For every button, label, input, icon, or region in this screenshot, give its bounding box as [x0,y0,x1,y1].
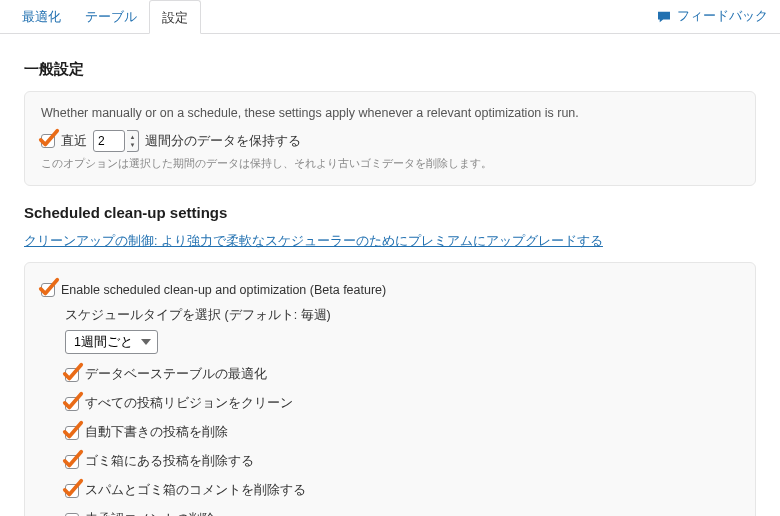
scheduled-cleanup-panel: Enable scheduled clean-up and optimizati… [24,262,756,516]
cleanup-option-label: すべての投稿リビジョンをクリーン [85,395,293,412]
enable-scheduled-checkbox[interactable] [41,283,55,297]
cleanup-option-row: スパムとゴミ箱のコメントを削除する [65,482,739,499]
general-settings-heading: 一般設定 [24,60,756,79]
cleanup-option-checkbox[interactable] [65,397,79,411]
retain-data-checkbox[interactable] [41,134,55,148]
enable-scheduled-label: Enable scheduled clean-up and optimizati… [61,283,386,297]
cleanup-option-row: すべての投稿リビジョンをクリーン [65,395,739,412]
tab-optimize[interactable]: 最適化 [10,0,73,33]
cleanup-option-checkbox[interactable] [65,455,79,469]
schedule-type-label: スケジュールタイプを選択 (デフォルト: 毎週) [65,307,739,324]
cleanup-option-checkbox[interactable] [65,484,79,498]
schedule-type-select[interactable]: 1週間ごと [65,330,158,354]
retain-weeks-stepper[interactable]: ▲ ▼ [127,130,139,152]
stepper-up-icon[interactable]: ▲ [127,133,138,141]
tab-settings[interactable]: 設定 [149,0,201,34]
retain-weeks-input[interactable] [93,130,125,152]
scheduled-cleanup-heading: Scheduled clean-up settings [24,204,756,221]
cleanup-option-row: 未承認コメントの削除 [65,511,739,516]
cleanup-option-row: ゴミ箱にある投稿を削除する [65,453,739,470]
cleanup-option-row: データベーステーブルの最適化 [65,366,739,383]
stepper-down-icon[interactable]: ▼ [127,141,138,149]
tab-table[interactable]: テーブル [73,0,149,33]
cleanup-option-checkbox[interactable] [65,426,79,440]
cleanup-option-label: 未承認コメントの削除 [85,511,215,516]
tab-bar: 最適化 テーブル 設定 フィードバック [0,0,780,34]
cleanup-option-label: ゴミ箱にある投稿を削除する [85,453,254,470]
retain-prefix-label: 直近 [61,133,87,150]
retain-hint: このオプションは選択した期間のデータは保持し、それより古いゴミデータを削除します… [41,156,739,171]
retain-suffix-label: 週間分のデータを保持する [145,133,301,150]
cleanup-option-label: スパムとゴミ箱のコメントを削除する [85,482,306,499]
premium-upgrade-link[interactable]: クリーンアップの制御: より強力で柔軟なスケジューラーのためにプレミアムにアップ… [24,234,603,248]
cleanup-option-label: 自動下書きの投稿を削除 [85,424,228,441]
cleanup-option-row: 自動下書きの投稿を削除 [65,424,739,441]
cleanup-option-checkbox[interactable] [65,513,79,517]
feedback-link[interactable]: フィードバック [657,8,768,25]
feedback-label: フィードバック [677,8,768,25]
feedback-icon [657,11,671,23]
cleanup-option-label: データベーステーブルの最適化 [85,366,267,383]
general-description: Whether manually or on a schedule, these… [41,106,739,120]
general-settings-panel: Whether manually or on a schedule, these… [24,91,756,186]
cleanup-option-checkbox[interactable] [65,368,79,382]
